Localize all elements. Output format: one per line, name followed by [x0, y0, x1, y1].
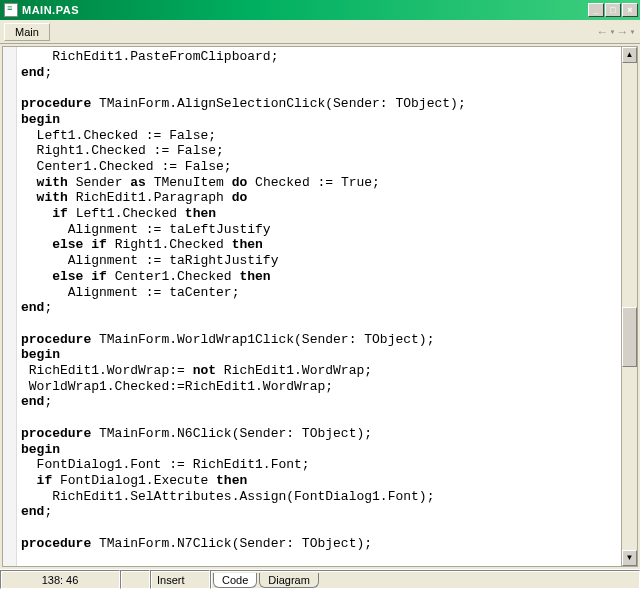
gutter: [3, 47, 17, 566]
status-bar: 138: 46 Insert Code Diagram: [0, 569, 640, 589]
code-line: else if Center1.Checked then: [21, 269, 621, 285]
code-line: if Left1.Checked then: [21, 206, 621, 222]
code-line: Left1.Checked := False;: [21, 128, 621, 144]
chevron-down-icon: ▼: [610, 29, 616, 35]
tab-diagram[interactable]: Diagram: [259, 573, 319, 588]
vertical-scrollbar[interactable]: ▲ ▼: [621, 47, 637, 566]
code-line: Alignment := taCenter;: [21, 285, 621, 301]
nav-back-button[interactable]: ← ▼: [596, 23, 616, 41]
arrow-left-icon: ←: [597, 25, 609, 39]
nav-forward-button[interactable]: → ▼: [616, 23, 636, 41]
code-line: end;: [21, 504, 621, 520]
chevron-down-icon: ▼: [630, 29, 636, 35]
unit-tab-main[interactable]: Main: [4, 23, 50, 41]
code-line: Center1.Checked := False;: [21, 159, 621, 175]
code-line: RichEdit1.SelAttributes.Assign(FontDialo…: [21, 489, 621, 505]
code-line: [21, 520, 621, 536]
code-line: procedure TMainForm.N6Click(Sender: TObj…: [21, 426, 621, 442]
scroll-down-button[interactable]: ▼: [622, 550, 637, 566]
code-line: else if Right1.Checked then: [21, 237, 621, 253]
arrow-right-icon: →: [617, 25, 629, 39]
code-line: with RichEdit1.Paragraph do: [21, 190, 621, 206]
code-line: if FontDialog1.Execute then: [21, 473, 621, 489]
code-line: begin: [21, 347, 621, 363]
code-line: [21, 80, 621, 96]
insert-mode: Insert: [150, 570, 210, 589]
minimize-button[interactable]: _: [588, 3, 604, 17]
toolbar: Main ← ▼ → ▼: [0, 20, 640, 44]
code-line: RichEdit1.WordWrap:= not RichEdit1.WordW…: [21, 363, 621, 379]
tab-code[interactable]: Code: [213, 573, 257, 588]
close-button[interactable]: ×: [622, 3, 638, 17]
scroll-up-button[interactable]: ▲: [622, 47, 637, 63]
code-line: procedure TMainForm.AlignSelectionClick(…: [21, 96, 621, 112]
scroll-thumb[interactable]: [622, 307, 637, 367]
code-line: end;: [21, 300, 621, 316]
editor-container: RichEdit1.PasteFromClipboard;end; proced…: [2, 46, 638, 567]
scroll-track[interactable]: [622, 63, 637, 550]
maximize-button[interactable]: □: [605, 3, 621, 17]
window-buttons: _ □ ×: [588, 3, 638, 17]
code-line: procedure TMainForm.N7Click(Sender: TObj…: [21, 536, 621, 552]
code-line: FontDialog1.Font := RichEdit1.Font;: [21, 457, 621, 473]
cursor-position: 138: 46: [0, 570, 120, 589]
window-title: MAIN.PAS: [22, 4, 588, 16]
code-editor[interactable]: RichEdit1.PasteFromClipboard;end; proced…: [17, 47, 621, 566]
code-line: [21, 410, 621, 426]
code-line: Alignment := taLeftJustify: [21, 222, 621, 238]
bottom-tabs: Code Diagram: [210, 570, 640, 589]
code-line: Right1.Checked := False;: [21, 143, 621, 159]
code-line: with Sender as TMenuItem do Checked := T…: [21, 175, 621, 191]
code-line: [21, 316, 621, 332]
code-line: WorldWrap1.Checked:=RichEdit1.WordWrap;: [21, 379, 621, 395]
code-line: Alignment := taRightJustify: [21, 253, 621, 269]
code-line: RichEdit1.PasteFromClipboard;: [21, 49, 621, 65]
code-line: begin: [21, 442, 621, 458]
title-bar: MAIN.PAS _ □ ×: [0, 0, 640, 20]
modified-indicator: [120, 570, 150, 589]
code-line: end;: [21, 65, 621, 81]
file-icon: [4, 3, 18, 17]
code-line: procedure TMainForm.WorldWrap1Click(Send…: [21, 332, 621, 348]
code-line: end;: [21, 394, 621, 410]
code-line: begin: [21, 112, 621, 128]
